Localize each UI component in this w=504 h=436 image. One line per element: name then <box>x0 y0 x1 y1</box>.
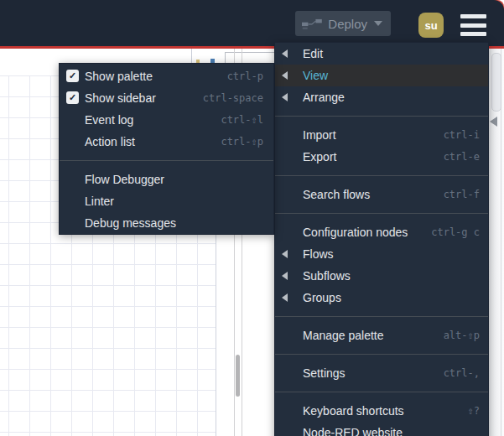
submenu-item-show-palette[interactable]: ✓Show palettectrl-p <box>60 65 273 87</box>
sidebar-scrollbar-thumb[interactable] <box>491 53 501 112</box>
menu-item-label: Show sidebar <box>85 91 203 105</box>
menu-item-shortcut: ctrl-⇧l <box>221 114 263 126</box>
deploy-icon <box>302 16 323 32</box>
menu-item-shortcut: ctrl-, <box>444 367 480 379</box>
menu-item-label: Export <box>303 150 444 164</box>
menu-item-label: Show palette <box>85 70 227 83</box>
main-menu: EditViewArrangeImportctrl-iExportctrl-eS… <box>274 42 489 436</box>
menu-item-flows[interactable]: Flows <box>275 243 488 265</box>
menu-separator <box>275 175 488 176</box>
menu-item-shortcut: ctrl-p <box>227 70 263 82</box>
sidebar-strip <box>489 49 504 436</box>
menu-item-shortcut: ⇧? <box>468 405 480 417</box>
menu-item-label: Settings <box>303 366 444 380</box>
app-header: Deploy su <box>0 0 504 46</box>
submenu-arrow-icon <box>282 272 288 280</box>
submenu-arrow-icon <box>282 250 288 258</box>
menu-item-label: Node-RED website <box>303 426 480 436</box>
menu-separator <box>275 316 488 317</box>
hamburger-bar <box>460 32 486 36</box>
menu-item-search-flows[interactable]: Search flowsctrl-f <box>275 184 488 205</box>
menu-item-shortcut: ctrl-e <box>444 151 480 163</box>
menu-item-label: Debug messages <box>85 216 263 230</box>
menu-item-shortcut: ctrl-space <box>203 92 263 104</box>
menu-separator <box>275 116 488 117</box>
menu-item-shortcut: ctrl-f <box>444 189 480 200</box>
menu-item-shortcut: alt-⇧p <box>444 330 480 341</box>
menu-item-configuration-nodes[interactable]: Configuration nodesctrl-g c <box>275 221 488 243</box>
deploy-dropdown-caret-icon[interactable] <box>374 21 382 26</box>
menu-item-label: Configuration nodes <box>303 226 431 239</box>
menu-item-label: View <box>303 69 480 82</box>
deploy-label: Deploy <box>328 17 367 31</box>
menu-item-settings[interactable]: Settingsctrl-, <box>275 362 488 384</box>
menu-item-export[interactable]: Exportctrl-e <box>275 146 488 168</box>
user-avatar[interactable]: su <box>418 13 444 38</box>
menu-item-label: Edit <box>303 47 480 60</box>
menu-item-label: Linter <box>85 195 263 208</box>
menu-item-label: Event log <box>85 113 221 127</box>
menu-item-label: Import <box>303 128 444 142</box>
menu-item-label: Arrange <box>303 91 480 104</box>
menu-separator <box>275 213 488 214</box>
submenu-arrow-icon <box>282 93 288 101</box>
menu-item-label: Flows <box>303 247 480 261</box>
sidebar-expand-arrow-icon[interactable] <box>490 117 497 127</box>
submenu-item-action-list[interactable]: Action listctrl-⇧p <box>60 131 273 153</box>
view-submenu: ✓Show palettectrl-p✓Show sidebarctrl-spa… <box>59 63 274 235</box>
menu-item-view[interactable]: View <box>275 65 488 86</box>
menu-item-arrange[interactable]: Arrange <box>275 86 488 108</box>
checkbox-checked-icon: ✓ <box>66 70 79 82</box>
menu-separator <box>60 160 273 161</box>
menu-item-label: Manage palette <box>303 329 444 342</box>
menu-item-subflows[interactable]: Subflows <box>275 265 488 287</box>
checkbox-checked-icon: ✓ <box>66 91 79 104</box>
menu-item-import[interactable]: Importctrl-i <box>275 124 488 146</box>
menu-item-shortcut: ctrl-i <box>444 129 480 141</box>
submenu-arrow-icon <box>282 71 288 80</box>
menu-separator <box>275 354 488 355</box>
deploy-button[interactable]: Deploy <box>295 11 391 36</box>
hamburger-bar <box>460 14 486 18</box>
menu-item-edit[interactable]: Edit <box>275 43 488 65</box>
submenu-item-flow-debugger[interactable]: Flow Debugger <box>60 169 273 190</box>
submenu-arrow-icon <box>282 293 288 302</box>
menu-item-manage-palette[interactable]: Manage palettealt-⇧p <box>275 324 488 346</box>
menu-item-label: Keyboard shortcuts <box>303 404 468 418</box>
menu-item-label: Search flows <box>303 188 444 201</box>
submenu-item-event-log[interactable]: Event logctrl-⇧l <box>60 109 273 131</box>
menu-separator <box>275 392 488 392</box>
menu-item-keyboard-shortcuts[interactable]: Keyboard shortcuts⇧? <box>275 400 488 422</box>
menu-item-label: Action list <box>85 135 221 148</box>
menu-item-label: Subflows <box>303 269 480 283</box>
submenu-item-show-sidebar[interactable]: ✓Show sidebarctrl-space <box>60 87 273 109</box>
submenu-arrow-icon <box>282 49 288 58</box>
avatar-initials: su <box>424 19 437 32</box>
submenu-item-debug-messages[interactable]: Debug messages <box>60 212 273 234</box>
menu-item-shortcut: ctrl-⇧p <box>221 136 263 148</box>
menu-item-node-red-website[interactable]: Node-RED website <box>275 422 488 436</box>
hamburger-bar <box>460 23 486 28</box>
menu-item-groups[interactable]: Groups <box>275 287 488 309</box>
hamburger-menu-icon[interactable] <box>460 14 486 36</box>
submenu-item-linter[interactable]: Linter <box>60 190 273 212</box>
menu-item-shortcut: ctrl-g c <box>431 226 480 238</box>
menu-item-label: Groups <box>303 291 480 304</box>
workspace-vscrollbar-thumb[interactable] <box>236 355 240 397</box>
menu-item-label: Flow Debugger <box>85 173 263 186</box>
